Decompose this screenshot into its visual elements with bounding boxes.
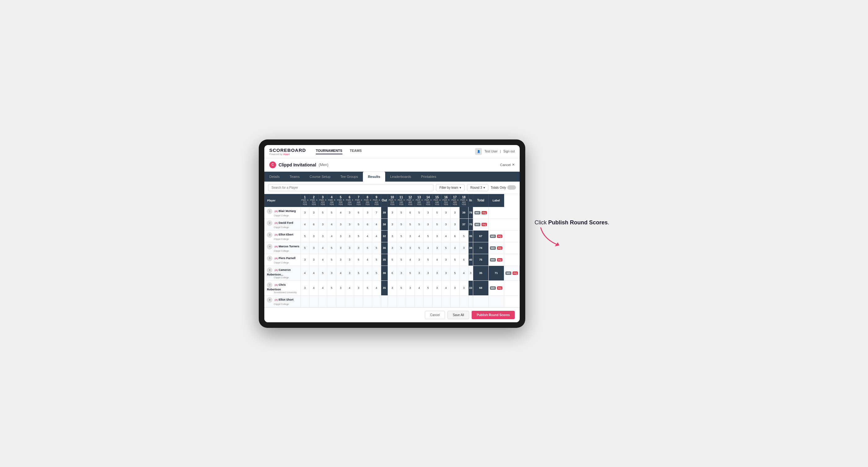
score-cell[interactable]: 5 [354,266,363,280]
score-cell[interactable]: 3 [388,280,397,295]
score-cell[interactable]: 3 [309,230,318,242]
score-cell[interactable]: 5 [372,254,381,266]
score-cell[interactable]: 3 [406,230,415,242]
score-cell[interactable]: 5 [424,280,433,295]
score-cell[interactable]: 5 [327,242,336,254]
score-cell[interactable]: 4 [372,230,381,242]
score-cell[interactable]: 3 [415,254,424,266]
score-cell[interactable]: 3 [450,218,459,230]
score-cell[interactable]: 3 [459,242,468,254]
score-cell[interactable]: 3 [442,266,451,280]
score-cell[interactable]: 3 [318,218,327,230]
score-cell[interactable]: 5 [397,242,406,254]
dq-label[interactable]: DQ [513,272,518,275]
search-input[interactable] [268,184,434,191]
score-cell[interactable]: 5 [327,254,336,266]
score-cell[interactable]: 3 [354,280,363,295]
score-cell[interactable]: 3 [415,266,424,280]
score-cell[interactable]: 3 [433,230,442,242]
score-cell[interactable]: 4 [450,242,459,254]
score-cell[interactable]: 4 [318,280,327,295]
score-cell[interactable]: 3 [388,230,397,242]
score-cell[interactable]: 3 [433,242,442,254]
score-cell[interactable]: 4 [363,254,372,266]
dq-label[interactable]: DQ [482,223,487,226]
score-cell[interactable]: 3 [406,242,415,254]
totals-only-toggle[interactable]: Totals Only [491,185,516,190]
tab-course-setup[interactable]: Course Setup [305,172,335,182]
score-cell[interactable]: 5 [318,266,327,280]
score-cell[interactable]: 3 [345,230,354,242]
score-cell[interactable]: 5 [354,230,363,242]
score-cell[interactable]: 7 [372,207,381,218]
dq-label[interactable]: DQ [497,258,502,261]
wd-label[interactable]: WD [505,272,511,275]
tab-teams[interactable]: Teams [285,172,305,182]
score-cell[interactable]: 3 [388,242,397,254]
filter-by-team-button[interactable]: Filter by team ▾ [436,184,465,191]
sign-out-link[interactable]: Sign out [503,150,515,153]
save-all-button[interactable]: Save All [447,311,469,319]
score-cell[interactable]: 3 [388,207,397,218]
score-cell[interactable]: 5 [415,242,424,254]
score-cell[interactable]: 3 [388,218,397,230]
score-cell[interactable]: 5 [372,242,381,254]
tab-leaderboards[interactable]: Leaderboards [385,172,416,182]
tab-printables[interactable]: Printables [416,172,441,182]
score-cell[interactable]: 3 [345,254,354,266]
wd-label[interactable]: WD [490,258,496,261]
score-cell[interactable]: 5 [388,254,397,266]
score-cell[interactable]: 6 [450,230,459,242]
score-cell[interactable]: 4 [424,242,433,254]
score-cell[interactable]: 5 [372,266,381,280]
score-cell[interactable]: 4 [433,254,442,266]
nav-tournaments[interactable]: TOURNAMENTS [316,149,342,154]
score-cell[interactable]: 5 [406,266,415,280]
score-cell[interactable]: 4 [459,266,468,280]
score-cell[interactable]: 5 [363,242,372,254]
wd-label[interactable]: WD [474,211,480,214]
score-cell[interactable]: 5 [300,242,309,254]
score-cell[interactable]: 5 [327,207,336,218]
score-cell[interactable]: 4 [415,280,424,295]
score-cell[interactable]: 4 [336,266,345,280]
score-cell[interactable]: 3 [309,254,318,266]
score-cell[interactable]: 3 [336,280,345,295]
score-cell[interactable]: 5 [406,218,415,230]
score-cell[interactable]: 3 [354,242,363,254]
score-cell[interactable]: 3 [459,280,468,295]
score-cell[interactable]: 5 [327,280,336,295]
score-cell[interactable]: 5 [459,230,468,242]
tab-tee-groups[interactable]: Tee Groups [335,172,363,182]
score-cell[interactable]: 4 [363,230,372,242]
score-cell[interactable]: 3 [327,266,336,280]
score-cell[interactable]: 5 [354,218,363,230]
score-cell[interactable]: 6 [363,218,372,230]
score-cell[interactable]: 6 [388,266,397,280]
score-cell[interactable]: 3 [450,207,459,218]
score-cell[interactable]: 4 [415,230,424,242]
cancel-tournament-button[interactable]: Cancel ✕ [500,163,515,167]
score-cell[interactable]: 4 [372,218,381,230]
score-cell[interactable]: 3 [345,266,354,280]
score-cell[interactable]: 3 [468,266,473,280]
wd-label[interactable]: WD [474,223,480,226]
score-cell[interactable]: 4 [336,207,345,218]
score-cell[interactable]: 3 [300,254,309,266]
score-cell[interactable]: 3 [406,280,415,295]
score-cell[interactable]: 3 [433,280,442,295]
score-cell[interactable]: 5 [450,266,459,280]
score-cell[interactable]: 3 [336,242,345,254]
wd-label[interactable]: WD [490,246,496,250]
score-cell[interactable]: 5 [397,280,406,295]
nav-teams[interactable]: TEAMS [350,149,362,154]
score-cell[interactable]: 3 [450,280,459,295]
cancel-button[interactable]: Cancel [425,311,445,319]
score-cell[interactable]: 4 [406,254,415,266]
score-cell[interactable]: 3 [442,218,451,230]
tab-results[interactable]: Results [363,172,385,182]
score-cell[interactable]: 3 [345,207,354,218]
score-cell[interactable]: 4 [300,218,309,230]
wd-label[interactable]: WD [490,235,496,238]
score-cell[interactable]: 3 [424,207,433,218]
